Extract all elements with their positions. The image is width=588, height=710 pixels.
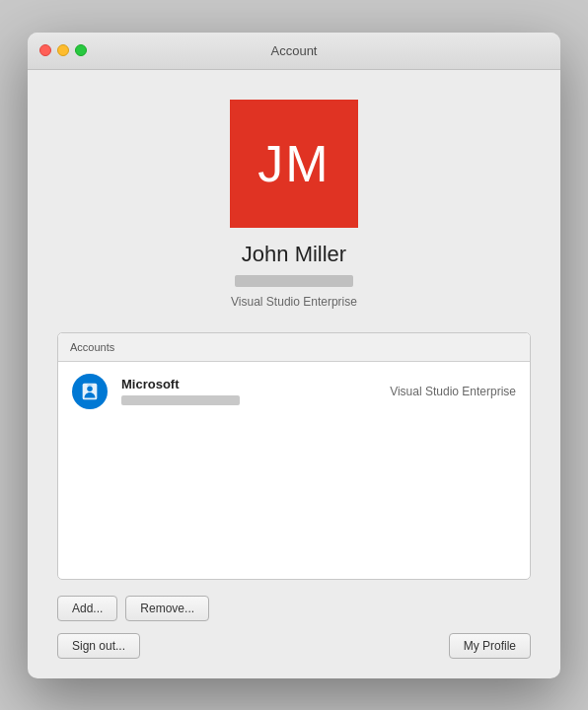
minimize-button[interactable]: [57, 44, 69, 56]
avatar: JM: [230, 100, 358, 228]
accounts-section: Accounts Microsoft Visual Studio Enterpr…: [57, 332, 531, 580]
account-item[interactable]: Microsoft Visual Studio Enterprise: [58, 362, 530, 421]
remove-button[interactable]: Remove...: [125, 596, 209, 621]
user-name: John Miller: [242, 242, 346, 267]
avatar-initials: JM: [257, 134, 330, 193]
account-icon-svg: [79, 381, 101, 402]
svg-rect-2: [87, 384, 93, 385]
user-subscription: Visual Studio Enterprise: [231, 295, 357, 309]
account-provider: Microsoft: [121, 377, 390, 391]
add-button[interactable]: Add...: [57, 596, 117, 621]
microsoft-icon: [72, 374, 108, 409]
account-info: Microsoft: [121, 377, 390, 405]
window-content: JM John Miller Visual Studio Enterprise …: [28, 70, 560, 678]
window-title: Account: [271, 43, 318, 58]
accounts-empty-space: [58, 421, 530, 579]
account-email-redacted: [121, 395, 240, 405]
avatar-section: JM John Miller Visual Studio Enterprise: [57, 100, 531, 309]
main-window: Account JM John Miller Visual Studio Ent…: [28, 33, 560, 678]
user-email-redacted: [235, 275, 353, 287]
my-profile-button[interactable]: My Profile: [449, 633, 531, 659]
sign-out-button[interactable]: Sign out...: [57, 633, 140, 659]
close-button[interactable]: [39, 44, 51, 56]
maximize-button[interactable]: [75, 44, 87, 56]
title-bar: Account: [28, 33, 560, 70]
bottom-action-buttons: Sign out... My Profile: [57, 633, 531, 659]
svg-point-1: [87, 386, 93, 391]
accounts-header: Accounts: [58, 333, 530, 362]
account-action-buttons: Add... Remove...: [57, 596, 531, 621]
traffic-lights: [39, 44, 87, 56]
account-subscription: Visual Studio Enterprise: [390, 385, 516, 398]
